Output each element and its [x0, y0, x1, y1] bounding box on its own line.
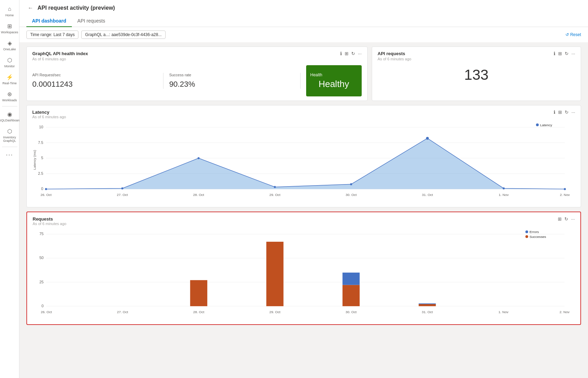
- main-content: ← API request activity (preview) API das…: [19, 0, 588, 378]
- svg-text:26. Oct: 26. Oct: [41, 193, 52, 197]
- refresh-icon-2[interactable]: ↻: [565, 51, 569, 56]
- svg-text:2. Nov: 2. Nov: [560, 193, 570, 197]
- sidebar: ⌂ Home ⊞ Workspaces ◈ OneLake ⬡ Monitor …: [0, 0, 19, 378]
- info-icon-3[interactable]: ℹ: [554, 110, 555, 115]
- svg-text:31. Oct: 31. Oct: [422, 310, 433, 314]
- svg-point-19: [564, 188, 566, 190]
- svg-point-14: [198, 157, 200, 159]
- success-rate-metric: Success rate 90.23%: [169, 73, 300, 89]
- svg-text:27. Oct: 27. Oct: [117, 193, 128, 197]
- workspaces-icon: ⊞: [6, 23, 13, 29]
- grid-icon[interactable]: ⊞: [345, 51, 348, 56]
- svg-text:75: 75: [40, 232, 44, 236]
- sidebar-item-label: GQLDashboard: [0, 119, 20, 122]
- tabs: API dashboard API requests: [26, 15, 581, 27]
- refresh-icon-3[interactable]: ↻: [565, 110, 569, 115]
- inventory-graphql-icon: ⬡: [6, 128, 13, 135]
- latency-chart-wrapper: 10 7.5 5 2.5 0 Latency (ms): [32, 122, 575, 203]
- svg-text:Latency: Latency: [540, 123, 552, 127]
- api-requests-card-title: API requests: [378, 51, 575, 56]
- svg-text:0: 0: [41, 187, 43, 191]
- sidebar-item-workloads[interactable]: ⊛ Workloads: [0, 88, 19, 105]
- bar-31oct-successes: [419, 304, 436, 306]
- grid-icon-4[interactable]: ⊞: [558, 216, 562, 222]
- api-request-sec-value: 0.00011243: [32, 80, 158, 89]
- svg-marker-11: [46, 138, 565, 189]
- svg-point-17: [426, 137, 429, 140]
- health-card-title: GraphQL API health index: [32, 51, 362, 56]
- sidebar-item-onelake[interactable]: ◈ OneLake: [0, 37, 19, 54]
- bar-30oct-errors: [343, 273, 360, 285]
- success-rate-label: Success rate: [169, 73, 294, 77]
- api-card-icons: ℹ ⊞ ↻ ···: [554, 51, 575, 56]
- latency-svg: 10 7.5 5 2.5 0 Latency (ms): [32, 122, 575, 201]
- sidebar-item-realtime[interactable]: ⚡ Real-Time: [0, 71, 19, 88]
- sidebar-item-label: OneLake: [3, 48, 16, 51]
- svg-text:30. Oct: 30. Oct: [346, 193, 357, 197]
- refresh-icon-4[interactable]: ↻: [564, 216, 568, 222]
- sidebar-item-home[interactable]: ⌂ Home: [0, 3, 19, 20]
- svg-text:30. Oct: 30. Oct: [346, 310, 357, 314]
- latency-chart-title: Latency: [32, 110, 554, 115]
- more-options-icon-3[interactable]: ···: [571, 110, 575, 115]
- sidebar-item-gql-dashboard[interactable]: ◉ GQLDashboard: [0, 108, 19, 125]
- svg-text:26. Oct: 26. Oct: [41, 310, 52, 314]
- svg-text:10: 10: [39, 125, 43, 129]
- api-requests-value: 133: [378, 67, 575, 83]
- health-status-value: Healthy: [319, 79, 349, 89]
- grid-icon-3[interactable]: ⊞: [558, 110, 562, 115]
- svg-text:31. Oct: 31. Oct: [422, 193, 433, 197]
- svg-text:29. Oct: 29. Oct: [269, 310, 280, 314]
- sidebar-item-inventory-graphql[interactable]: ⬡ Inventory GraphQL: [0, 125, 19, 145]
- svg-text:Errors: Errors: [530, 230, 539, 234]
- requests-chart-title: Requests: [33, 216, 558, 222]
- api-requests-card-subtitle: As of 6 minutes ago: [378, 57, 575, 61]
- tab-api-requests[interactable]: API requests: [72, 15, 111, 27]
- info-icon[interactable]: ℹ: [340, 51, 342, 56]
- requests-chart-subtitle: As of 6 minutes ago: [33, 222, 558, 226]
- back-button[interactable]: ←: [26, 4, 35, 12]
- graphql-api-filter[interactable]: GraphQL a...: aae539de-0c3f-4436-a28...: [81, 31, 165, 39]
- workloads-icon: ⊛: [6, 91, 13, 97]
- svg-text:5: 5: [41, 156, 43, 160]
- health-card-body: API Request/sec 0.00011243 Success rate …: [32, 65, 362, 96]
- more-options-icon-4[interactable]: ···: [571, 216, 575, 222]
- top-cards-row: ℹ ⊞ ↻ ··· GraphQL API health index As of…: [26, 46, 581, 101]
- health-status-box: Health Healthy: [306, 65, 362, 96]
- more-options-icon[interactable]: ···: [358, 51, 362, 56]
- tab-api-dashboard[interactable]: API dashboard: [26, 15, 72, 27]
- grid-icon-2[interactable]: ⊞: [558, 51, 562, 56]
- svg-text:1. Nov: 1. Nov: [499, 193, 509, 197]
- sidebar-item-label: Home: [5, 14, 14, 17]
- latency-chart-card: Latency As of 6 minutes ago ℹ ⊞ ↻ ··· 10…: [26, 105, 581, 207]
- svg-point-13: [121, 187, 123, 189]
- health-card-subtitle: As of 6 minutes ago: [32, 57, 362, 61]
- sidebar-item-more[interactable]: ···: [0, 148, 19, 161]
- more-icon: ···: [6, 151, 13, 158]
- time-range-filter[interactable]: Time range: Last 7 days: [26, 31, 78, 39]
- success-rate-value: 90.23%: [169, 80, 294, 89]
- svg-point-28: [536, 123, 539, 126]
- reset-button[interactable]: ↺ Reset: [565, 32, 581, 37]
- requests-chart-icons: ⊞ ↻ ···: [558, 216, 575, 222]
- svg-text:Successes: Successes: [530, 235, 546, 239]
- sidebar-divider: [2, 106, 17, 106]
- content-area: ℹ ⊞ ↻ ··· GraphQL API health index As of…: [19, 42, 588, 378]
- svg-point-48: [526, 235, 528, 238]
- api-request-sec-metric: API Request/sec 0.00011243: [32, 73, 163, 89]
- svg-text:0: 0: [42, 304, 44, 308]
- svg-text:7.5: 7.5: [38, 140, 43, 145]
- svg-point-16: [350, 183, 352, 185]
- refresh-icon[interactable]: ↻: [351, 51, 355, 56]
- svg-text:28. Oct: 28. Oct: [193, 193, 204, 197]
- bar-29oct-successes: [266, 242, 283, 306]
- sidebar-item-label: Workloads: [2, 98, 17, 102]
- more-options-icon-2[interactable]: ···: [571, 51, 575, 56]
- sidebar-item-workspaces[interactable]: ⊞ Workspaces: [0, 20, 19, 37]
- sidebar-item-monitor[interactable]: ⬡ Monitor: [0, 54, 19, 71]
- info-icon-2[interactable]: ℹ: [554, 51, 555, 56]
- latency-chart-icons: ℹ ⊞ ↻ ···: [554, 110, 575, 115]
- svg-text:25: 25: [40, 280, 44, 284]
- svg-text:1. Nov: 1. Nov: [498, 310, 509, 314]
- svg-text:28. Oct: 28. Oct: [193, 310, 204, 314]
